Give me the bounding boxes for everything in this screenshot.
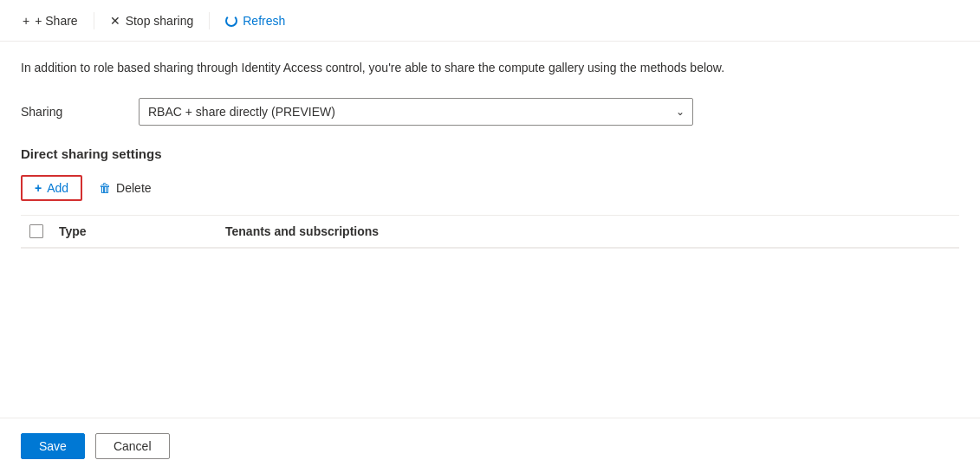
add-button[interactable]: + Add [21, 175, 82, 201]
sharing-form-row: Sharing RBAC + share directly (PREVIEW) … [21, 98, 959, 126]
action-bar: + Add 🗑 Delete [21, 175, 959, 201]
delete-button[interactable]: 🗑 Delete [86, 176, 164, 200]
add-label: Add [47, 181, 68, 195]
sharing-select[interactable]: RBAC + share directly (PREVIEW) RBAC onl… [139, 98, 693, 126]
share-label: + Share [35, 14, 77, 28]
footer: Save Cancel [0, 418, 980, 473]
toolbar-divider-1 [94, 12, 94, 29]
toolbar: + + Share ✕ Stop sharing Refresh [0, 0, 980, 42]
trash-icon: 🗑 [99, 181, 111, 195]
delete-label: Delete [116, 181, 151, 195]
add-plus-icon: + [35, 181, 42, 195]
header-checkbox-cell [21, 224, 52, 238]
save-button[interactable]: Save [21, 433, 85, 459]
direct-sharing-title: Direct sharing settings [21, 146, 959, 161]
x-icon: ✕ [110, 14, 120, 28]
col-tenants-header: Tenants and subscriptions [225, 224, 959, 238]
stop-sharing-label: Stop sharing [126, 14, 194, 28]
main-content: In addition to role based sharing throug… [0, 42, 980, 266]
refresh-icon [225, 15, 237, 27]
cancel-button[interactable]: Cancel [95, 433, 170, 459]
col-type-header: Type [52, 224, 225, 238]
info-text: In addition to role based sharing throug… [21, 59, 959, 77]
select-all-checkbox[interactable] [29, 224, 43, 238]
direct-sharing-section: Direct sharing settings + Add 🗑 Delete T… [21, 146, 959, 249]
stop-sharing-button[interactable]: ✕ Stop sharing [101, 9, 203, 33]
toolbar-divider-2 [209, 12, 210, 29]
sharing-select-wrapper: RBAC + share directly (PREVIEW) RBAC onl… [139, 98, 693, 126]
table-header: Type Tenants and subscriptions [21, 216, 959, 248]
sharing-label: Sharing [21, 105, 125, 119]
table-container: Type Tenants and subscriptions [21, 215, 959, 249]
plus-icon: + [23, 14, 29, 28]
refresh-label: Refresh [243, 14, 285, 28]
refresh-button[interactable]: Refresh [217, 9, 294, 33]
share-button[interactable]: + + Share [14, 9, 87, 33]
